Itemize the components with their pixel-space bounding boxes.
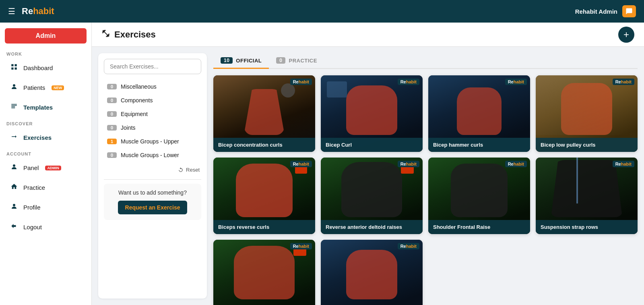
- equipment-label: Equipment: [121, 111, 148, 117]
- panel-icon: [10, 163, 19, 172]
- card-figure-9: [234, 246, 295, 299]
- message-icon-button[interactable]: [622, 5, 636, 17]
- request-suffix: an Exercise: [147, 204, 180, 211]
- admin-button[interactable]: Admin: [5, 28, 87, 44]
- templates-icon: [10, 103, 19, 112]
- sidebar-item-panel[interactable]: Panel ADMIN: [3, 159, 88, 177]
- request-prefix: Request: [125, 204, 147, 211]
- top-navigation: ☰ Rehabit Rehabit Admin: [0, 0, 644, 23]
- card-figure-3: [457, 87, 502, 135]
- rehabit-badge-3: Rehabit: [505, 79, 527, 85]
- sidebar-item-exercises[interactable]: Exercises: [3, 129, 88, 147]
- rehabit-badge-8: Rehabit: [613, 161, 634, 167]
- sidebar: Admin WORK Dashboard Patients NEW Templa…: [0, 23, 92, 305]
- exercises-label: Exercises: [23, 134, 52, 141]
- exercise-card-2[interactable]: Rehabit Bicep Curl: [321, 75, 423, 152]
- discover-section-label: DISCOVER: [0, 117, 91, 128]
- rehabit-badge-7: Rehabit: [505, 161, 527, 167]
- rehabit-badge-1: Rehabit: [290, 79, 312, 85]
- page-header: Exercises +: [92, 23, 644, 47]
- brand-logo: Rehabit: [22, 6, 54, 17]
- reset-button[interactable]: Reset: [104, 164, 201, 176]
- patients-icon: [10, 83, 19, 92]
- sidebar-item-profile[interactable]: Profile: [3, 198, 88, 216]
- reset-label: Reset: [186, 167, 200, 173]
- components-label: Components: [121, 97, 153, 104]
- request-exercise-button[interactable]: Request an Exercise: [118, 201, 188, 214]
- new-badge: NEW: [52, 85, 64, 90]
- exercises-tabs: 10 OFFICIAL 0 PRACTICE: [213, 53, 638, 69]
- filter-muscle-lower[interactable]: 0 Muscle Groups - Lower: [104, 148, 201, 162]
- filter-components[interactable]: 0 Components: [104, 93, 201, 107]
- card-figure-5: [236, 164, 293, 217]
- card-equipment-1: [281, 83, 295, 98]
- exercise-card-9[interactable]: Rehabit: [213, 240, 315, 305]
- exercises-page-icon: [101, 29, 110, 40]
- exercise-label-3: Bicep hammer curls: [428, 138, 530, 152]
- exercise-label-7: Shoulder Frontal Raise: [428, 220, 530, 234]
- exercise-card-10[interactable]: Rehabit: [321, 240, 423, 305]
- muscle-lower-label: Muscle Groups - Lower: [121, 152, 179, 158]
- templates-label: Templates: [23, 104, 53, 111]
- muscle-upper-label: Muscle Groups - Upper: [121, 138, 179, 145]
- rehabit-badge-2: Rehabit: [398, 79, 419, 85]
- brand-re: Re: [22, 6, 33, 16]
- work-section-label: WORK: [0, 48, 91, 58]
- exercise-card-7[interactable]: Rehabit Shoulder Frontal Raise: [428, 158, 530, 234]
- tab-official[interactable]: 10 OFFICIAL: [213, 53, 269, 69]
- practice-label: PRACTICE: [289, 58, 317, 64]
- filter-equipment[interactable]: 0 Equipment: [104, 107, 201, 121]
- exercises-wrench-icon: [10, 133, 19, 142]
- topnav-left: ☰ Rehabit: [8, 6, 54, 17]
- exercise-card-4[interactable]: Rehabit Bicep low pulley curls: [536, 75, 638, 152]
- admin-badge: ADMIN: [45, 166, 61, 170]
- sidebar-item-patients[interactable]: Patients NEW: [3, 79, 88, 97]
- sidebar-item-dashboard[interactable]: Dashboard: [3, 59, 88, 77]
- rehabit-badge-5: Rehabit: [290, 161, 312, 167]
- svg-rect-0: [11, 64, 13, 66]
- logout-icon: [10, 222, 19, 232]
- exercise-label-8: Suspension strap rows: [536, 220, 638, 234]
- exercise-label-6: Reverse anterior deltoid raises: [321, 220, 423, 234]
- inner-layout: 0 Miscellaneous 0 Components 0 Equipment…: [92, 47, 644, 305]
- svg-point-5: [13, 164, 15, 167]
- account-section-label: ACCOUNT: [0, 147, 91, 158]
- chat-icon: [625, 8, 633, 15]
- filter-miscellaneous[interactable]: 0 Miscellaneous: [104, 80, 201, 93]
- official-label: OFFICIAL: [236, 58, 262, 64]
- rehabit-badge-10: Rehabit: [398, 243, 419, 249]
- filter-joints[interactable]: 0 Joints: [104, 121, 201, 135]
- miscellaneous-count: 0: [107, 84, 117, 89]
- filter-muscle-upper[interactable]: 1 Muscle Groups - Upper: [104, 135, 201, 148]
- hamburger-icon[interactable]: ☰: [8, 6, 15, 16]
- exercise-card-1[interactable]: Rehabit Bicep concentration curls: [213, 75, 315, 152]
- filter-divider: [104, 179, 201, 180]
- panel-label: Panel: [23, 164, 39, 171]
- profile-icon: [10, 203, 19, 212]
- practice-label: Practice: [23, 184, 45, 191]
- patients-label: Patients: [23, 84, 45, 91]
- sidebar-item-practice[interactable]: Practice: [3, 178, 88, 197]
- page-header-left: Exercises: [101, 29, 156, 40]
- exercise-card-8[interactable]: Rehabit Suspension strap rows: [536, 158, 638, 234]
- svg-point-4: [13, 84, 15, 87]
- exercise-card-6[interactable]: Rehabit Reverse anterior deltoid raises: [321, 158, 423, 234]
- muscle-upper-count: 1: [107, 139, 117, 144]
- main-layout: Admin WORK Dashboard Patients NEW Templa…: [0, 23, 644, 305]
- search-input[interactable]: [104, 59, 201, 74]
- exercise-card-5[interactable]: Rehabit Biceps reverse curls: [213, 158, 315, 234]
- tab-practice[interactable]: 0 PRACTICE: [269, 53, 324, 69]
- add-exercise-button[interactable]: +: [618, 27, 634, 43]
- sidebar-item-templates[interactable]: Templates: [3, 98, 88, 116]
- practice-count: 0: [276, 57, 285, 64]
- equipment-count: 0: [107, 111, 117, 117]
- exercise-label-2: Bicep Curl: [321, 138, 423, 152]
- sidebar-item-logout[interactable]: Logout: [3, 218, 88, 236]
- svg-point-6: [13, 204, 15, 206]
- svg-rect-2: [11, 68, 13, 70]
- exercises-area: 10 OFFICIAL 0 PRACTICE: [207, 47, 644, 305]
- rehabit-badge-9: Rehabit: [290, 243, 312, 249]
- exercise-card-3[interactable]: Rehabit Bicep hammer curls: [428, 75, 530, 152]
- topnav-right: Rehabit Admin: [575, 5, 636, 17]
- svg-rect-1: [15, 64, 17, 66]
